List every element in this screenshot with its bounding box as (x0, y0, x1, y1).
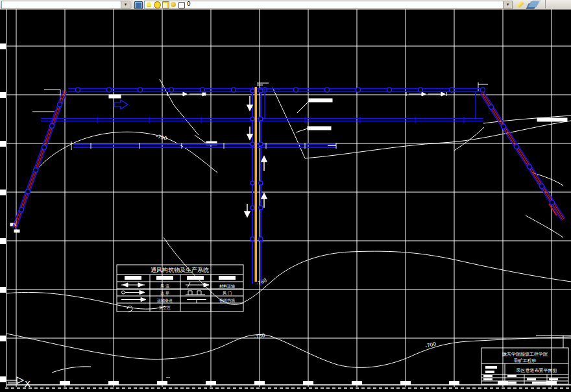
svg-text:边 界: 边 界 (160, 291, 169, 296)
layer-color-swatch[interactable] (178, 2, 185, 8)
layer-properties-icon[interactable] (134, 1, 143, 9)
layer-combo[interactable] (144, 1, 513, 9)
match-properties-icon[interactable] (516, 1, 524, 8)
svg-text:风 门: 风 门 (223, 291, 232, 295)
layer-name-value: 0 (187, 1, 191, 7)
layers-stack-icon[interactable] (528, 1, 539, 7)
toolbar-separator (545, 0, 546, 8)
legend-table: 通风构筑物及生产系统 风 流 材料运输 边 界 风 门 (117, 265, 243, 312)
ucs-icon: X (5, 377, 30, 389)
style-combo[interactable] (1, 1, 122, 9)
svg-text:材料运输: 材料运输 (219, 284, 235, 289)
annotation-marks (10, 79, 567, 232)
layers-toolbar: ▾ 0 ▾ (0, 0, 571, 10)
contour-label-700: -700 (424, 341, 437, 349)
tunnel-network (41, 87, 485, 286)
cad-application-window: ▾ 0 ▾ (0, 0, 571, 392)
layer-freeze-sun-icon[interactable] (154, 1, 161, 8)
layer-plot-icon[interactable] (171, 2, 176, 7)
title-block-drawing-title: 采区巷道布置平面图 (516, 368, 557, 373)
svg-text:采空区: 采空区 (158, 305, 171, 310)
toolbar-separator (132, 0, 132, 8)
main-raise-orange (255, 87, 258, 282)
title-block: 陇东学院能源工程学院 采矿工程班 采区巷道布置平面图 (481, 336, 571, 384)
svg-text:风 流: 风 流 (160, 284, 169, 289)
title-block-school: 陇东学院能源工程学院 (502, 352, 548, 357)
contour-label-730: -730 (254, 332, 266, 340)
contour-label-760: -760 (255, 277, 267, 287)
svg-text:运输巷道: 运输巷道 (157, 298, 173, 303)
legend-title: 通风构筑物及生产系统 (151, 267, 209, 273)
lower-drift-marks (71, 141, 336, 150)
layer-lock-icon[interactable] (162, 1, 169, 8)
style-combo-arrow-icon[interactable]: ▾ (121, 1, 130, 9)
ucs-x-label: X (25, 379, 30, 389)
left-boundary-slope (12, 90, 67, 229)
advance-direction-arrow (114, 100, 128, 109)
right-boundary-slope (481, 92, 565, 220)
contour-lines (6, 88, 571, 373)
layer-combo-arrow-icon[interactable]: ▾ (503, 1, 513, 9)
layer-on-bulb-icon[interactable] (147, 2, 151, 7)
contour-label-790: -790 (156, 133, 168, 141)
legend-labels: 风 流 材料运输 边 界 风 门 运输巷道 密闭挡墙 采空区 (157, 284, 235, 310)
grid (6, 9, 571, 387)
cad-canvas[interactable]: -790 -760 -730 -700 (0, 9, 571, 392)
title-block-class: 采矿工程班 (514, 358, 537, 363)
tick-dashes: -- (166, 374, 170, 380)
contour-labels: -790 -760 -730 -700 (156, 133, 437, 349)
svg-text:密闭挡墙: 密闭挡墙 (219, 298, 235, 303)
